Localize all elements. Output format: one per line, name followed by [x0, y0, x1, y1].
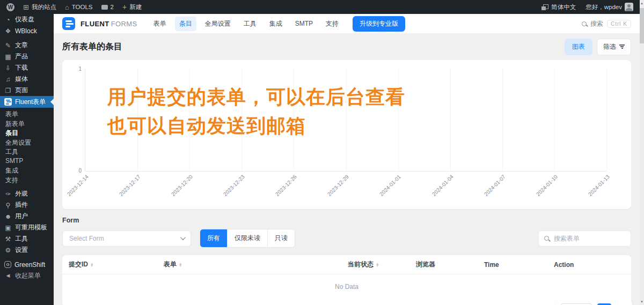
sidebar-item-downloads[interactable]: ⇩ 下载	[0, 62, 54, 73]
greenshift-icon: G	[4, 261, 11, 268]
sort-icon[interactable]: ▲▼	[90, 263, 93, 266]
sidebar-subitem-integrations[interactable]: 集成	[0, 165, 54, 175]
column-time: Time	[484, 260, 554, 269]
form-select[interactable]: Select Form	[62, 230, 191, 247]
sidebar-subitem-support[interactable]: 支持	[0, 175, 54, 184]
x-axis-label: 2023-12-17	[118, 174, 142, 197]
column-form[interactable]: 表单 ▲▼	[164, 260, 348, 269]
search-icon	[544, 236, 549, 241]
comments-count: 2	[111, 4, 114, 10]
sidebar-subitem-forms[interactable]: 表单	[0, 109, 54, 118]
tab-smtp[interactable]: SMTP	[291, 17, 317, 30]
filter-unread-only-button[interactable]: 仅限未读	[227, 229, 267, 247]
posts-icon: ✎	[4, 42, 12, 49]
sidebar-item-greenshift[interactable]: G GreenShift	[0, 259, 54, 270]
new-label: 新建	[129, 3, 142, 11]
status-filter-group: 所有 仅限未读 只读	[200, 229, 295, 248]
language-label: 简体中文	[551, 3, 576, 11]
search-shortcut: Ctrl K	[607, 20, 631, 28]
users-icon: ☻	[4, 213, 12, 220]
products-icon: ▦	[4, 54, 12, 60]
translation-icon	[541, 4, 548, 10]
sidebar-item-products[interactable]: ▦ 产品	[0, 51, 54, 62]
fluent-forms-icon	[4, 98, 12, 106]
form-select-placeholder: Select Form	[69, 235, 180, 242]
filter-read-only-button[interactable]: 只读	[267, 229, 295, 247]
sidebar-subitem-global-settings[interactable]: 全局设置	[0, 137, 54, 147]
column-status[interactable]: 当前状态 ▲▼	[348, 260, 416, 269]
home-icon: ⌂	[65, 4, 69, 11]
scrollbar-thumb[interactable]	[640, 8, 644, 43]
sidebar-subitem-smtp[interactable]: SMTP	[0, 156, 54, 166]
sort-icon[interactable]: ▲▼	[376, 263, 379, 266]
sidebar-item-fluent-forms[interactable]: Fluent表单	[0, 96, 54, 108]
filter-button[interactable]: 筛选	[597, 39, 631, 55]
sidebar-item-tools[interactable]: ⚒ 工具	[0, 233, 54, 244]
x-axis-label: 2023-12-29	[326, 174, 350, 197]
fluent-forms-submenu: 表单 新表单 条目 全局设置 工具 SMTP 集成 支持	[0, 108, 54, 185]
x-axis-label: 2023-12-14	[66, 174, 90, 197]
my-sites-menu[interactable]: ⊞ 我的站点	[23, 3, 56, 11]
annotation-line-2: 也可以自动发送到邮箱	[107, 111, 405, 140]
page-title: 所有表单的条目	[62, 41, 122, 53]
reusable-templates-icon: ▣	[4, 225, 12, 231]
gridline	[450, 69, 451, 171]
howdy-label: 您好，wpdev	[586, 3, 622, 11]
entries-table: 提交ID ▲▼ 表单 ▲▼ 当前状态 ▲▼ 浏览器 Time Action No…	[62, 255, 631, 305]
search-label: 搜索	[590, 19, 603, 28]
tab-tools[interactable]: 工具	[239, 17, 261, 31]
site-menu[interactable]: ⌂ TOOLS	[65, 4, 93, 11]
sort-icon[interactable]: ▲▼	[179, 263, 182, 266]
sidebar-subitem-tools[interactable]: 工具	[0, 146, 54, 156]
column-submission-id[interactable]: 提交ID ▲▼	[69, 260, 164, 269]
entries-search-box[interactable]	[538, 230, 631, 247]
sidebar-subitem-entries[interactable]: 条目	[0, 128, 54, 137]
sidebar-item-dashboard[interactable]: ◔ 仪表盘	[0, 14, 54, 25]
chart-toggle-button[interactable]: 图表	[565, 39, 592, 55]
comments-menu[interactable]: 2	[101, 4, 114, 10]
gridline	[606, 69, 607, 171]
sidebar-item-posts[interactable]: ✎ 文章	[0, 40, 54, 51]
x-axis-label: 2024-01-07	[483, 174, 507, 197]
sidebar-item-users[interactable]: ☻ 用户	[0, 211, 54, 222]
sidebar-item-pages[interactable]: ❐ 页面	[0, 85, 54, 96]
site-name-label: TOOLS	[72, 4, 93, 10]
scrollbar[interactable]: ▲ ▼	[640, 0, 644, 305]
filter-all-button[interactable]: 所有	[200, 229, 227, 247]
scroll-down-arrow[interactable]: ▼	[640, 299, 644, 305]
upgrade-to-pro-button[interactable]: 升级到专业版	[353, 16, 405, 32]
x-axis-label: 2024-01-10	[535, 174, 559, 197]
sidebar-item-appearance[interactable]: ✑ 外观	[0, 188, 54, 199]
media-icon: ♫	[4, 76, 12, 83]
wp-admin-sidebar: ◔ 仪表盘 ❖ WBlock ✎ 文章 ▦ 产品 ⇩ 下载 ♫ 媒体 ❐ 页面 …	[0, 14, 54, 305]
tab-support[interactable]: 支持	[321, 17, 343, 31]
wblock-icon: ❖	[4, 28, 12, 34]
global-search[interactable]: 搜索 Ctrl K	[582, 19, 631, 28]
scroll-up-arrow[interactable]: ▲	[640, 0, 644, 6]
tab-integrations[interactable]: 集成	[265, 17, 287, 31]
fluent-forms-logo-icon[interactable]	[62, 17, 75, 30]
tab-global-settings[interactable]: 全局设置	[201, 17, 235, 31]
tab-entries[interactable]: 条目	[175, 17, 196, 31]
wp-admin-bar: W ⊞ 我的站点 ⌂ TOOLS 2 + 新建 简体中文 您好，wpdev	[0, 0, 640, 14]
annotation-text: 用户提交的表单，可以在后台查看 也可以自动发送到邮箱	[107, 83, 405, 140]
pagination-partial[interactable]	[555, 300, 632, 305]
account-menu[interactable]: 您好，wpdev	[586, 3, 633, 11]
fluent-nav-tabs: 表单 条目 全局设置 工具 集成 SMTP 支持	[149, 17, 343, 31]
sidebar-item-media[interactable]: ♫ 媒体	[0, 73, 54, 85]
fluent-forms-nav: FLUENTFORMS 表单 条目 全局设置 工具 集成 SMTP 支持 升级到…	[54, 14, 640, 33]
sidebar-item-settings[interactable]: ⚙ 设置	[0, 244, 54, 256]
tab-forms[interactable]: 表单	[149, 17, 171, 31]
appearance-icon: ✑	[4, 191, 12, 197]
wp-logo-menu[interactable]: W	[6, 3, 14, 11]
main-content: FLUENTFORMS 表单 条目 全局设置 工具 集成 SMTP 支持 升级到…	[54, 14, 640, 305]
entries-search-input[interactable]	[553, 234, 625, 243]
sidebar-item-reusable-templates[interactable]: ▣ 可重用模板	[0, 222, 54, 233]
comments-icon	[101, 5, 108, 10]
sidebar-item-plugins[interactable]: ⚲ 插件	[0, 199, 54, 211]
sidebar-item-wblock[interactable]: ❖ WBlock	[0, 25, 54, 36]
new-content-menu[interactable]: + 新建	[122, 3, 142, 11]
sidebar-subitem-new-form[interactable]: 新表单	[0, 118, 54, 128]
sidebar-item-collapse-menu[interactable]: ◀ 收起菜单	[0, 270, 54, 281]
language-switcher[interactable]: 简体中文	[541, 3, 576, 11]
